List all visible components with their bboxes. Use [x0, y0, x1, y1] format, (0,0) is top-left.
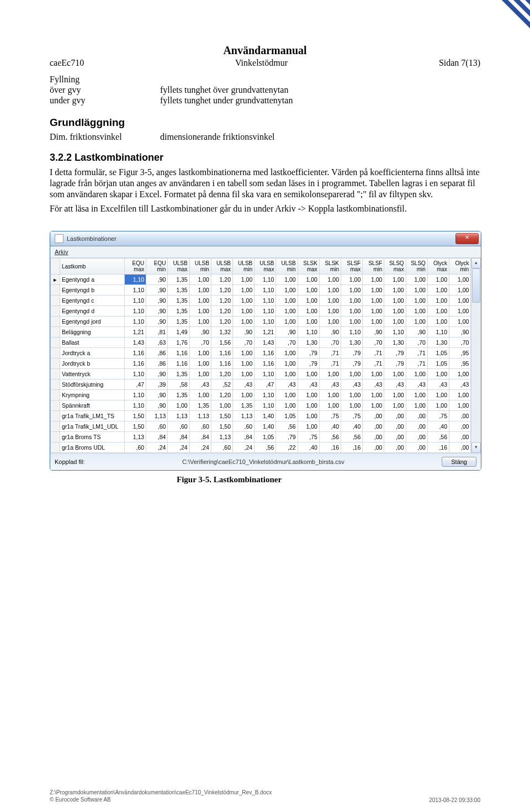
cell[interactable]: 1,00 [319, 369, 341, 379]
cell[interactable]: ,24 [233, 442, 255, 453]
cell[interactable]: ,00 [406, 432, 427, 442]
cell[interactable]: 1,00 [384, 369, 406, 379]
cell[interactable]: 1,13 [168, 411, 189, 421]
cell[interactable]: 1,16 [168, 348, 189, 358]
cell[interactable]: 1,00 [233, 296, 255, 306]
cell[interactable]: ,56 [427, 432, 449, 442]
cell[interactable]: 1,16 [168, 358, 189, 369]
cell[interactable]: ,90 [449, 327, 471, 338]
cell[interactable]: 1,10 [255, 390, 276, 400]
cell[interactable]: 1,00 [276, 306, 298, 317]
cell[interactable]: ,00 [384, 421, 406, 432]
col-header[interactable]: ULSBmax [255, 259, 276, 275]
row-name[interactable]: Krympning [60, 390, 125, 400]
cell[interactable]: 1,35 [168, 369, 189, 379]
cell[interactable]: 1,32 [211, 327, 232, 338]
cell[interactable]: ,16 [341, 442, 363, 453]
cell[interactable]: ,43 [384, 379, 406, 390]
cell[interactable]: 1,00 [406, 285, 427, 296]
cell[interactable]: ,60 [146, 421, 168, 432]
cell[interactable]: ,43 [189, 379, 211, 390]
cell[interactable]: ,40 [298, 442, 319, 453]
table-row[interactable]: Egentyngd d1,10,901,351,001,201,001,101,… [51, 306, 471, 317]
cell[interactable]: ,40 [427, 421, 449, 432]
cell[interactable]: 1,00 [211, 400, 232, 411]
cell[interactable]: 1,35 [233, 400, 255, 411]
cell[interactable]: 1,00 [341, 400, 363, 411]
cell[interactable]: ,90 [233, 327, 255, 338]
cell[interactable]: 1,20 [211, 285, 232, 296]
cell[interactable]: 1,00 [276, 400, 298, 411]
cell[interactable]: 1,00 [384, 296, 406, 306]
cell[interactable]: 1,00 [233, 275, 255, 285]
cell[interactable]: 1,00 [298, 296, 319, 306]
cell[interactable]: 1,50 [125, 421, 146, 432]
cell[interactable]: ,90 [276, 327, 298, 338]
cell[interactable]: 1,50 [211, 421, 232, 432]
table-row[interactable]: Egentyngd jord1,10,901,351,001,201,001,1… [51, 317, 471, 327]
cell[interactable]: ,90 [146, 275, 168, 285]
cell[interactable]: 1,30 [384, 338, 406, 348]
cell[interactable]: 1,20 [211, 369, 232, 379]
cell[interactable]: ,24 [168, 442, 189, 453]
cell[interactable]: 1,00 [189, 358, 211, 369]
cell[interactable]: 1,05 [276, 411, 298, 421]
cell[interactable]: 1,00 [319, 400, 341, 411]
cell[interactable]: ,16 [319, 442, 341, 453]
cell[interactable]: ,70 [363, 338, 384, 348]
cell[interactable]: 1,00 [298, 285, 319, 296]
cell[interactable]: 1,00 [189, 317, 211, 327]
cell[interactable]: 1,00 [276, 285, 298, 296]
cell[interactable]: 1,00 [406, 317, 427, 327]
cell[interactable]: ,00 [406, 421, 427, 432]
cell[interactable]: ,43 [276, 379, 298, 390]
cell[interactable]: ,43 [319, 379, 341, 390]
row-name[interactable]: Egentyngd b [60, 285, 125, 296]
cell[interactable]: 1,00 [168, 400, 189, 411]
table-row[interactable]: Jordtryck a1,16,861,161,001,161,001,161,… [51, 348, 471, 358]
cell[interactable]: ,71 [319, 358, 341, 369]
cell[interactable]: 1,00 [406, 390, 427, 400]
lastkomb-table[interactable]: LastkombEQUmaxEQUminULSBmaxULSBminULSBma… [50, 258, 471, 453]
table-row[interactable]: Vattentryck1,10,901,351,001,201,001,101,… [51, 369, 471, 379]
cell[interactable]: ,43 [341, 379, 363, 390]
cell[interactable]: ,60 [211, 442, 232, 453]
row-name[interactable]: Egentyngd d [60, 306, 125, 317]
cell[interactable]: ,60 [189, 421, 211, 432]
row-name[interactable]: Ballast [60, 338, 125, 348]
cell[interactable]: 1,35 [168, 296, 189, 306]
col-header[interactable]: Olyckmin [449, 259, 471, 275]
col-header[interactable]: ULSBmin [276, 259, 298, 275]
col-header[interactable]: ULSBmin [189, 259, 211, 275]
cell[interactable]: 1,30 [298, 338, 319, 348]
col-header[interactable]: ULSBmin [233, 259, 255, 275]
cell[interactable]: ,79 [276, 432, 298, 442]
cell[interactable]: 1,00 [384, 390, 406, 400]
col-header[interactable]: SLSKmin [319, 259, 341, 275]
cell[interactable]: 1,50 [211, 411, 232, 421]
cell[interactable]: 1,00 [427, 369, 449, 379]
cell[interactable]: ,40 [341, 421, 363, 432]
row-name[interactable]: gr1a Trafik_LM1_TS [60, 411, 125, 421]
cell[interactable]: 1,00 [298, 275, 319, 285]
cell[interactable]: 1,00 [298, 369, 319, 379]
cell[interactable]: 1,00 [427, 285, 449, 296]
cell[interactable]: 1,10 [298, 327, 319, 338]
cell[interactable]: 1,21 [125, 327, 146, 338]
cell[interactable]: 1,00 [233, 285, 255, 296]
cell[interactable]: 1,00 [189, 348, 211, 358]
cell[interactable]: ,90 [146, 296, 168, 306]
cell[interactable]: 1,40 [255, 411, 276, 421]
cell[interactable]: ,24 [189, 442, 211, 453]
cell[interactable]: ,95 [449, 348, 471, 358]
cell[interactable]: 1,00 [319, 296, 341, 306]
cell[interactable]: 1,00 [189, 296, 211, 306]
cell[interactable]: 1,10 [255, 296, 276, 306]
col-header[interactable]: ULSBmax [211, 259, 232, 275]
cell[interactable]: 1,35 [168, 275, 189, 285]
cell[interactable]: 1,40 [255, 421, 276, 432]
cell[interactable]: 1,00 [189, 306, 211, 317]
cell[interactable]: 1,00 [363, 285, 384, 296]
cell[interactable]: 1,00 [363, 390, 384, 400]
cell[interactable]: 1,00 [233, 358, 255, 369]
